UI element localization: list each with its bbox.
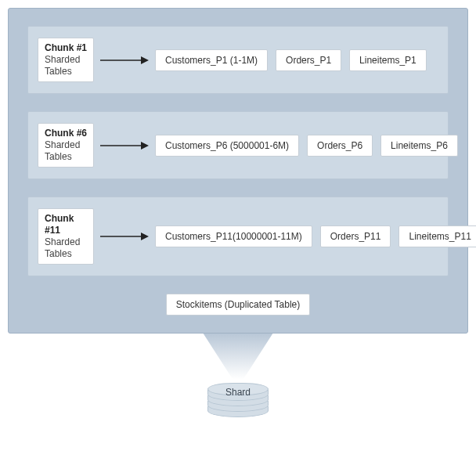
table-customers-p1: Customers_P1 (1-1M) [155, 49, 268, 71]
chunk-6-tables: Customers_P6 (5000001-6M) Orders_P6 Line… [155, 135, 458, 157]
chunk-6-subtitle: ShardedTables [45, 139, 87, 163]
arrow-icon [100, 231, 149, 242]
chunk-1-tables: Customers_P1 (1-1M) Orders_P1 Lineitems_… [155, 49, 437, 71]
chunk-11: Chunk #11 ShardedTables Customers_P11(10… [27, 197, 449, 276]
chunk-11-subtitle: ShardedTables [45, 236, 87, 260]
table-lineitems-p6: Lineitems_P6 [380, 135, 458, 157]
table-lineitems-p1: Lineitems_P1 [349, 49, 427, 71]
arrow-icon [100, 55, 149, 66]
chunk-6: Chunk #6 ShardedTables Customers_P6 (500… [27, 111, 449, 179]
duplicated-table-row: Stockitems (Duplicated Table) [27, 294, 449, 316]
chunk-1-subtitle: ShardedTables [45, 54, 87, 78]
chunk-11-title: Chunk #11 [45, 213, 87, 236]
duplicated-table: Stockitems (Duplicated Table) [166, 294, 311, 316]
table-orders-p11: Orders_P11 [320, 225, 391, 247]
table-lineitems-p11: Lineitems_P11 [398, 225, 476, 247]
shard-label: Shard [207, 387, 269, 398]
chunk-1-label: Chunk #1 ShardedTables [38, 38, 94, 82]
svg-marker-5 [141, 233, 149, 240]
chunk-11-label: Chunk #11 ShardedTables [38, 208, 94, 265]
table-customers-p11: Customers_P11(10000001-11M) [155, 225, 312, 247]
shard-cylinder: Shard [8, 383, 468, 417]
table-orders-p6: Orders_P6 [307, 135, 373, 157]
shard-container: Chunk #1 ShardedTables Customers_P1 (1-1… [8, 8, 468, 334]
svg-marker-3 [141, 142, 149, 150]
svg-marker-1 [141, 56, 149, 64]
chunk-1: Chunk #1 ShardedTables Customers_P1 (1-1… [27, 26, 449, 94]
chunk-11-tables: Customers_P11(10000001-11M) Orders_P11 L… [155, 225, 476, 247]
arrow-icon [100, 140, 149, 151]
chunk-6-title: Chunk #6 [45, 128, 87, 139]
pointer-wrap [8, 333, 468, 388]
chunk-1-title: Chunk #1 [45, 42, 87, 54]
pointer-triangle-icon [203, 333, 273, 388]
svg-marker-6 [203, 333, 273, 388]
chunk-6-label: Chunk #6 ShardedTables [38, 123, 94, 168]
table-customers-p6: Customers_P6 (5000001-6M) [155, 135, 299, 157]
table-orders-p1: Orders_P1 [276, 49, 341, 71]
